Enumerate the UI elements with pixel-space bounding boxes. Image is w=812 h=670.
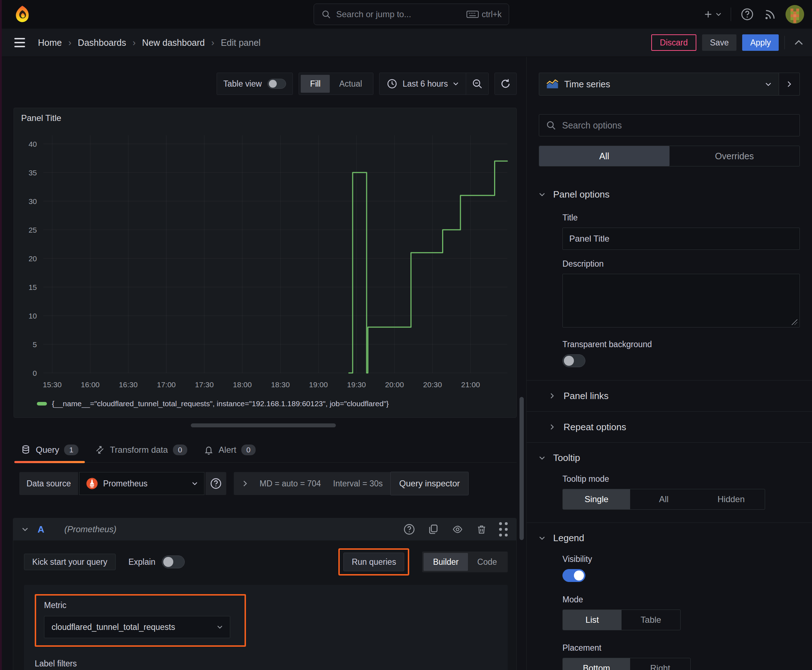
placement-right[interactable]: Right	[630, 658, 690, 670]
builder-option[interactable]: Builder	[424, 553, 468, 571]
breadcrumb-new-dashboard[interactable]: New dashboard	[142, 37, 205, 48]
top-nav: Search or jump to... ctrl+k	[0, 0, 812, 29]
chevron-right-icon: ›	[132, 37, 136, 48]
tab-query[interactable]: Query 1	[14, 440, 85, 462]
collapse-header-button[interactable]	[794, 40, 804, 46]
description-textarea[interactable]	[563, 274, 800, 328]
svg-text:21:00: 21:00	[461, 381, 480, 389]
help-button[interactable]	[741, 7, 754, 21]
repeat-options-row[interactable]: Repeat options	[527, 411, 812, 442]
chevron-down-icon	[539, 536, 545, 540]
legend-visibility-toggle[interactable]	[563, 569, 585, 582]
svg-text:20:00: 20:00	[385, 381, 404, 389]
viz-suggestions-button[interactable]	[779, 73, 800, 96]
menu-toggle-button[interactable]	[14, 38, 25, 47]
chevron-right-icon[interactable]	[243, 481, 247, 487]
panel-links-row[interactable]: Panel links	[527, 380, 812, 411]
metric-annotation: Metric cloudflared_tunnel_total_requests	[35, 594, 246, 647]
series-color-icon[interactable]	[37, 402, 47, 406]
legend-mode-list[interactable]: List	[563, 610, 622, 630]
grafana-logo-icon[interactable]	[13, 5, 32, 24]
new-menu-button[interactable]	[703, 9, 721, 20]
legend-body: Visibility Mode List Table Placement Bot…	[539, 553, 800, 670]
description-label: Description	[563, 259, 800, 269]
tooltip-mode-all[interactable]: All	[630, 489, 697, 509]
placement-bottom[interactable]: Bottom	[563, 658, 630, 670]
time-range-picker: Last 6 hours	[379, 73, 489, 95]
chevron-right-icon: ›	[211, 37, 214, 48]
legend-header[interactable]: Legend	[539, 523, 800, 553]
eye-icon[interactable]	[451, 524, 464, 535]
tab-transform-data[interactable]: Transform data 0	[88, 440, 194, 462]
tab-all[interactable]: All	[539, 146, 670, 166]
breadcrumb-dashboards[interactable]: Dashboards	[78, 37, 126, 48]
tooltip-header[interactable]: Tooltip	[539, 443, 800, 473]
resize-handle-icon[interactable]	[792, 319, 797, 325]
tooltip-mode-single[interactable]: Single	[563, 489, 630, 509]
svg-text:15: 15	[29, 283, 37, 291]
datasource-help-button[interactable]	[205, 472, 226, 495]
news-button[interactable]	[763, 8, 776, 21]
legend-mode-switch: List Table	[563, 609, 681, 630]
metric-select[interactable]: cloudflared_tunnel_total_requests	[44, 616, 230, 638]
query-row-header[interactable]: A (Prometheus)	[13, 518, 516, 540]
query-inspector-button[interactable]: Query inspector	[390, 472, 469, 495]
chevron-right-icon: ›	[68, 37, 71, 48]
title-input[interactable]	[563, 228, 800, 250]
breadcrumb-home[interactable]: Home	[38, 37, 62, 48]
help-icon	[741, 7, 754, 21]
transparent-toggle[interactable]	[563, 354, 585, 367]
placement-label: Placement	[563, 643, 800, 653]
drag-handle-icon[interactable]	[499, 522, 508, 536]
legend-mode-table[interactable]: Table	[622, 610, 680, 630]
kick-start-button[interactable]: Kick start your query	[24, 554, 116, 570]
time-range-button[interactable]: Last 6 hours	[380, 73, 466, 95]
actual-option[interactable]: Actual	[330, 75, 371, 93]
save-button[interactable]: Save	[702, 34, 736, 51]
legend-section: Legend Visibility Mode List Table Placem…	[527, 523, 812, 670]
zoom-out-time-button[interactable]	[466, 73, 488, 95]
viz-type-select[interactable]: Time series	[539, 73, 779, 96]
scrollbar-thumb[interactable]	[519, 397, 524, 540]
apply-button[interactable]: Apply	[742, 34, 779, 51]
metric-label: Metric	[44, 601, 230, 610]
table-view-toggle[interactable]	[268, 79, 286, 89]
svg-text:30: 30	[29, 197, 37, 205]
chart-legend: {__name__="cloudflared_tunnel_total_requ…	[37, 397, 510, 411]
global-search-input[interactable]: Search or jump to... ctrl+k	[314, 3, 509, 25]
duplicate-icon[interactable]	[427, 524, 439, 535]
options-search[interactable]: Search options	[539, 114, 800, 136]
tab-alert-label: Alert	[219, 445, 236, 455]
datasource-select[interactable]: Prometheus	[79, 472, 204, 495]
query-builder-body: Metric cloudflared_tunnel_total_requests…	[24, 585, 508, 670]
edit-actions: Discard Save Apply	[651, 34, 804, 51]
run-queries-button[interactable]: Run queries	[343, 553, 404, 571]
svg-text:5: 5	[32, 340, 37, 349]
tooltip-mode-hidden[interactable]: Hidden	[697, 489, 765, 509]
tab-overrides[interactable]: Overrides	[670, 146, 800, 166]
rss-icon	[763, 8, 776, 21]
divider	[785, 36, 785, 49]
tab-alert[interactable]: Alert 0	[197, 440, 262, 462]
svg-text:0: 0	[32, 369, 37, 377]
pane-resize-handle[interactable]	[191, 423, 336, 427]
panel-preview[interactable]: Panel Title 051015202530354015:3016:0016…	[14, 108, 517, 418]
series-label[interactable]: {__name__="cloudflared_tunnel_total_requ…	[52, 399, 389, 408]
help-icon	[210, 477, 222, 490]
legend-placement-switch: Bottom Right	[563, 658, 691, 670]
grafana-edit-panel-page: Search or jump to... ctrl+k	[0, 0, 812, 670]
refresh-button[interactable]	[495, 73, 517, 95]
options-search-placeholder: Search options	[562, 120, 622, 130]
user-avatar[interactable]	[785, 5, 804, 24]
code-option[interactable]: Code	[468, 553, 506, 571]
fill-option[interactable]: Fill	[301, 75, 330, 93]
query-datasource-hint: (Prometheus)	[64, 524, 116, 535]
trash-icon[interactable]	[476, 524, 487, 535]
help-icon[interactable]	[403, 523, 415, 535]
time-series-chart[interactable]: 051015202530354015:3016:0016:3017:0017:3…	[20, 126, 510, 397]
interval[interactable]: Interval = 30s	[333, 479, 383, 489]
max-data-points[interactable]: MD = auto = 704	[259, 479, 321, 489]
explain-toggle[interactable]	[162, 555, 185, 568]
discard-button[interactable]: Discard	[651, 34, 696, 51]
panel-options-header[interactable]: Panel options	[539, 179, 800, 209]
